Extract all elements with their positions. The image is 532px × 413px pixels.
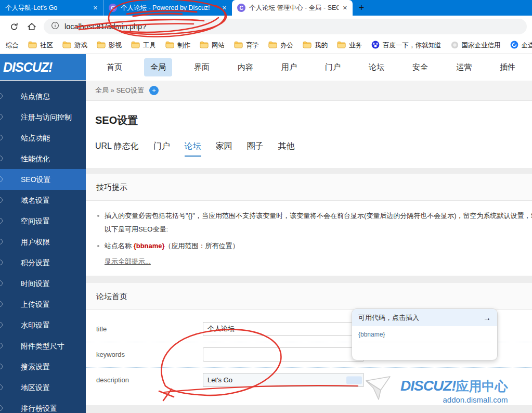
form-text-input[interactable] [203, 373, 364, 387]
sidebar-item[interactable]: 站点功能 [0, 127, 86, 148]
admin-nav-tab[interactable]: 界面 [188, 58, 216, 76]
tip-item-variables: 插入的变量必需包括花括号"{}"，当应用范围不支持该变量时，该变量将不会在前台显… [97, 209, 522, 236]
site-info-icon[interactable] [51, 21, 59, 32]
watermark-brand: DISCUZ! [400, 378, 456, 394]
sidebar-item[interactable]: 水印设置 [0, 315, 86, 335]
new-tab-button[interactable]: + [353, 0, 370, 16]
bookmark-label: 综合 [6, 41, 19, 50]
sidebar-item[interactable]: 站点信息 [0, 86, 86, 107]
form-input-wrap [203, 373, 364, 387]
browser-tab[interactable]: C 个人论坛 - Powered by Discuz! ✕ [103, 0, 232, 16]
admin-nav-tab[interactable]: 用户 [275, 58, 303, 76]
form-text-input[interactable] [203, 347, 364, 362]
sidebar-item-label: 空间设置 [21, 217, 50, 225]
bookmark-label: 游戏 [74, 41, 87, 50]
sidebar-item-label: 站点功能 [21, 134, 50, 142]
tab-close-icon[interactable]: ✕ [343, 5, 347, 11]
breadcrumb-add-button[interactable]: + [149, 86, 159, 95]
sidebar-item[interactable]: 时间设置 [0, 273, 86, 294]
discuz-addon-watermark: DISCUZ!应用中心 addon.dismall.com [363, 372, 508, 405]
bookmark-item[interactable]: 国家企业信用 [446, 38, 505, 54]
sidebar-item[interactable]: 性能优化 [0, 148, 86, 169]
bookmark-item[interactable]: 工具 [126, 38, 161, 54]
sidebar-bullet-icon [0, 364, 3, 369]
bookmark-item[interactable]: 企查查-企业 [505, 38, 532, 54]
section-gap [86, 276, 532, 282]
bookmark-item[interactable]: 社区 [23, 38, 58, 54]
qichacha-icon [510, 41, 518, 50]
tip-bbname-suffix: （应用范围：所有位置） [165, 242, 239, 250]
show-all-tips-link[interactable]: 显示全部提示... [105, 257, 151, 266]
bbname-code: {bbname} [134, 242, 165, 250]
sidebar-item[interactable]: 空间设置 [0, 211, 86, 231]
admin-nav-tab[interactable]: 安全 [406, 58, 434, 76]
sidebar-item[interactable]: 附件类型尺寸 [0, 335, 86, 356]
breadcrumb-path[interactable]: 全局 » SEO设置 [95, 86, 144, 95]
tips-header: 技巧提示 [86, 174, 532, 201]
arrow-right-icon[interactable]: → [483, 313, 491, 322]
admin-nav-tab[interactable]: 内容 [231, 58, 259, 76]
tab-title: 个人导航-Let's Go [5, 4, 89, 12]
bookmark-item[interactable]: 办公 [264, 38, 298, 54]
admin-nav-tab[interactable]: 论坛 [362, 58, 391, 76]
bookmark-item[interactable]: 我的 [298, 38, 332, 54]
forum-index-header: 论坛首页 [86, 283, 532, 310]
bookmark-item[interactable]: 影视 [92, 38, 126, 54]
bookmark-item[interactable]: 网站 [195, 38, 229, 54]
sidebar-item[interactable]: 上传设置 [0, 294, 86, 315]
seo-subtab[interactable]: URL 静态化 [95, 141, 139, 157]
tips-section: 技巧提示 插入的变量必需包括花括号"{}"，当应用范围不支持该变量时，该变量将不… [86, 174, 532, 276]
browser-tab[interactable]: C 个人论坛 管理中心 - 全局 - SEO设 ✕ [232, 0, 353, 16]
bookmark-item[interactable]: 制作 [161, 38, 195, 54]
sidebar-bullet-icon [0, 218, 3, 224]
bookmark-item[interactable]: 游戏 [58, 38, 92, 54]
url-text[interactable]: localhost:81/admin.php? [64, 22, 146, 31]
sidebar-item-label: 搜索设置 [21, 363, 50, 371]
folder-icon [268, 41, 277, 50]
seo-subtab[interactable]: 其他 [278, 141, 295, 157]
sidebar-item[interactable]: 搜索设置 [0, 356, 86, 377]
sidebar-item[interactable]: 注册与访问控制 [0, 107, 86, 127]
form-input-wrap [203, 322, 364, 336]
bookmark-item[interactable]: 百度一下，你就知道 [367, 38, 446, 54]
address-bar[interactable]: localhost:81/admin.php? [44, 19, 527, 34]
reload-icon[interactable] [5, 19, 23, 34]
discuz-logo[interactable]: DISCUZ! [0, 54, 86, 80]
bookmark-item[interactable]: 综合 [1, 38, 23, 54]
admin-nav-tab[interactable]: 首页 [100, 58, 128, 76]
tab-close-icon[interactable]: ✕ [93, 5, 98, 11]
sidebar-item[interactable]: 排行榜设置 [0, 398, 86, 413]
admin-nav-tab[interactable]: 全局 [144, 58, 172, 76]
popup-bbname-option[interactable]: {bbname} [358, 331, 491, 338]
bookmark-item[interactable]: 育学 [229, 38, 264, 54]
breadcrumb: 全局 » SEO设置 + [86, 81, 532, 101]
sidebar-item[interactable]: 积分设置 [0, 252, 86, 273]
sidebar-item[interactable]: 域名设置 [0, 190, 86, 211]
bookmark-item[interactable]: 业务 [332, 38, 367, 54]
popup-divider [358, 342, 491, 342]
tips-body: 插入的变量必需包括花括号"{}"，当应用范围不支持该变量时，该变量将不会在前台显… [86, 201, 532, 276]
folder-icon [337, 41, 346, 50]
sidebar-item-label: 上传设置 [21, 300, 50, 308]
seo-subtab[interactable]: 家园 [216, 141, 232, 157]
seo-subtab[interactable]: 论坛 [185, 141, 201, 157]
sidebar-item[interactable]: SEO设置 [0, 169, 86, 190]
tab-close-icon[interactable]: ✕ [222, 5, 227, 11]
sidebar-bullet-icon [0, 322, 3, 328]
discuz-favicon-icon: C [109, 4, 117, 12]
sidebar-bullet-icon [0, 156, 3, 161]
form-text-input[interactable] [203, 322, 364, 336]
sidebar-item[interactable]: 用户权限 [0, 231, 86, 252]
sidebar-bullet-icon [0, 239, 3, 244]
admin-nav-tab[interactable]: 门户 [319, 58, 347, 76]
folder-icon [62, 41, 71, 50]
seo-subtab[interactable]: 门户 [153, 141, 170, 157]
seo-subtab[interactable]: 圈子 [247, 141, 264, 157]
autofill-chip [346, 376, 362, 384]
admin-nav-tab[interactable]: 运营 [450, 58, 478, 76]
bookmark-label: 工具 [143, 41, 156, 50]
sidebar-item[interactable]: 地区设置 [0, 377, 86, 398]
browser-tab[interactable]: 个人导航-Let's Go ✕ [0, 0, 103, 16]
home-icon[interactable] [23, 19, 41, 34]
admin-nav-tab[interactable]: 插件 [494, 58, 522, 76]
